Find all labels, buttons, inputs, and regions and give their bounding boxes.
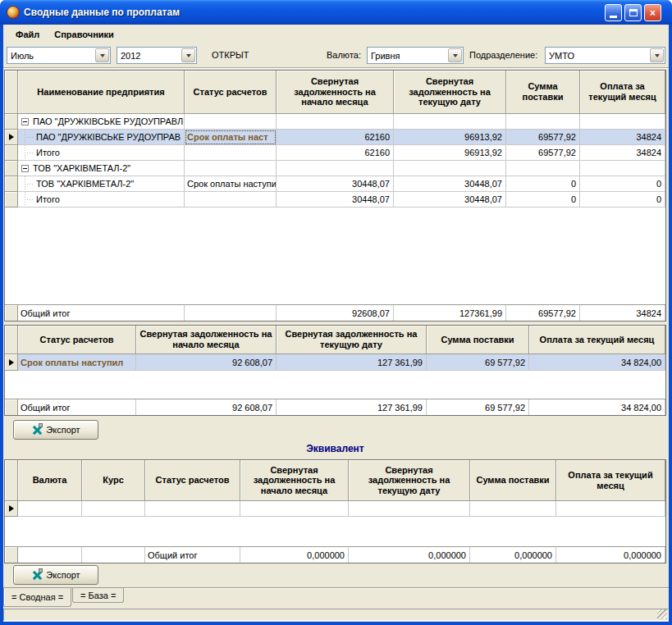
subtotal-label: Итого	[36, 194, 60, 204]
excel-export-icon	[31, 570, 42, 581]
table-row-selected[interactable]: ПАО "ДРУЖКІВСЬКЕ РУДОУПРАВ Срок оплаты н…	[5, 130, 665, 145]
tab-baza[interactable]: = База =	[72, 588, 124, 603]
equivalent-section-title: Эквивалент	[4, 443, 666, 454]
division-combobox[interactable]: УМТО	[545, 47, 665, 64]
table-row-group[interactable]: ТОВ "ХАРКІВМЕТАЛ-2"	[5, 161, 665, 176]
row-selector	[5, 305, 18, 321]
column-header[interactable]: Свернутая задолженность на начало месяца	[240, 460, 349, 501]
currency-combobox[interactable]: Гривня	[367, 47, 464, 64]
column-header[interactable]: Оплата за текущий месяц	[556, 460, 665, 501]
row-selector	[5, 114, 18, 130]
currency-label: Валюта:	[327, 47, 361, 64]
company-name: ПАО "ДРУЖКІВСЬКЕ РУДОУПРАВ	[36, 132, 181, 142]
minimize-icon	[610, 16, 617, 18]
row-selector	[5, 399, 18, 415]
row-arrow-icon	[9, 134, 14, 140]
grid-empty-area	[5, 208, 665, 304]
division-label: Подразделение:	[469, 47, 537, 64]
menu-bar: Файл Справочники	[3, 25, 669, 43]
app-window: Сводные данные по проплатам × Файл Справ…	[0, 0, 672, 625]
column-header[interactable]: Статус расчетов	[145, 460, 240, 501]
collapse-icon[interactable]	[21, 118, 29, 125]
maximize-button[interactable]	[624, 4, 642, 21]
equivalent-grid-header: Валюта Курс Статус расчетов Свернутая за…	[5, 460, 665, 501]
maximize-icon	[629, 9, 638, 16]
grand-total-row: Общий итог 0,000000 0,000000 0,000000 0,…	[5, 546, 665, 563]
close-button[interactable]: ×	[644, 4, 661, 21]
table-row-group[interactable]: ПАО "ДРУЖКІВСЬКЕ РУДОУПРАВЛІН	[5, 114, 665, 130]
row-selector	[5, 161, 18, 176]
status-cell[interactable]: Срок оплаты наступи	[185, 176, 277, 192]
table-row-selected[interactable]: Срок оплаты наступил 92 608,07 127 361,9…	[5, 354, 665, 371]
column-header[interactable]: Наименование предприятия	[18, 71, 185, 114]
export-button-equivalent[interactable]: Экспорт	[13, 565, 98, 585]
window-title: Сводные данные по проплатам	[24, 7, 180, 18]
status-grid-header: Статус расчетов Свернутая задолженность …	[5, 326, 665, 354]
chevron-down-icon[interactable]	[650, 48, 664, 62]
column-header[interactable]: Свернутая задолженность на начало месяца	[136, 326, 277, 354]
table-row-subtotal[interactable]: Итого 30448,07 30448,07 0 0	[5, 192, 665, 208]
table-row-subtotal[interactable]: Итого 62160 96913,92 69577,92 34824	[5, 145, 665, 161]
grand-total-label: Общий итог	[18, 399, 136, 415]
header-selector-cell	[5, 460, 18, 501]
grand-total-label: Общий итог	[145, 547, 240, 563]
titlebar[interactable]: Сводные данные по проплатам ×	[0, 0, 672, 25]
menu-file[interactable]: Файл	[8, 28, 47, 41]
table-row[interactable]: ТОВ "ХАРКІВМЕТАЛ-2" Срок оплаты наступи …	[5, 176, 665, 192]
status-cell[interactable]: Срок оплаты наст	[185, 130, 277, 145]
grid-empty-area	[5, 371, 665, 399]
grand-total-label: Общий итог	[18, 305, 185, 321]
group-name: ТОВ "ХАРКІВМЕТАЛ-2"	[33, 163, 130, 173]
column-header[interactable]: Статус расчетов	[185, 71, 277, 114]
column-header[interactable]: Свернутая задолженность на начало месяца	[277, 71, 394, 114]
tab-svodnaya[interactable]: = Сводная =	[3, 588, 71, 607]
row-selector	[5, 176, 18, 192]
collapse-icon[interactable]	[21, 165, 29, 172]
chevron-down-icon[interactable]	[95, 48, 109, 62]
close-icon: ×	[650, 7, 656, 19]
current-row-marker	[5, 130, 18, 145]
grand-total-row: Общий итог 92608,07 127361,99 69577,92 3…	[5, 304, 665, 321]
toolbar-divider	[3, 67, 669, 69]
column-header[interactable]: Свернутая задолженность на текущую дату	[277, 326, 427, 354]
row-selector	[5, 192, 18, 208]
status-cell[interactable]: Срок оплаты наступил	[18, 354, 136, 371]
menu-references[interactable]: Справочники	[47, 28, 121, 41]
column-header[interactable]: Статус расчетов	[18, 326, 136, 354]
grand-total-row: Общий итог 92 608,07 127 361,99 69 577,9…	[5, 399, 665, 415]
column-header[interactable]: Оплата за текущий месяц	[580, 71, 665, 114]
status-bar	[3, 609, 669, 621]
subtotal-label: Итого	[36, 148, 60, 157]
row-selector	[5, 547, 18, 563]
excel-export-icon	[31, 425, 42, 436]
export-button[interactable]: Экспорт	[13, 420, 98, 440]
current-row-marker	[5, 501, 18, 517]
company-name: ТОВ "ХАРКІВМЕТАЛ-2"	[36, 179, 134, 189]
app-icon	[7, 6, 20, 19]
column-header[interactable]: Сумма поставки	[427, 326, 529, 354]
period-status-label: ОТКРЫТ	[212, 47, 249, 64]
minimize-button[interactable]	[605, 4, 622, 21]
status-summary-grid: Статус расчетов Свернутая задолженность …	[4, 325, 666, 416]
chevron-down-icon[interactable]	[181, 48, 195, 62]
row-arrow-icon	[9, 359, 14, 366]
table-row-empty[interactable]	[5, 501, 665, 517]
group-name: ПАО "ДРУЖКІВСЬКЕ РУДОУПРАВЛІН	[33, 116, 185, 126]
grid-empty-area	[5, 517, 665, 546]
month-combobox[interactable]: Июль	[7, 47, 111, 64]
column-header[interactable]: Сумма поставки	[506, 71, 580, 114]
column-header[interactable]: Курс	[82, 460, 145, 501]
companies-grid-header: Наименование предприятия Статус расчетов…	[5, 71, 665, 114]
chevron-down-icon[interactable]	[448, 48, 462, 62]
resize-grip-icon[interactable]	[657, 609, 667, 619]
column-header[interactable]: Оплата за текущий месяц	[529, 326, 665, 354]
column-header[interactable]: Сумма поставки	[470, 460, 556, 501]
year-combobox[interactable]: 2012	[117, 47, 197, 64]
column-header[interactable]: Свернутая задолженность на текущую дату	[394, 71, 506, 114]
companies-grid: Наименование предприятия Статус расчетов…	[4, 70, 666, 322]
row-arrow-icon	[9, 505, 14, 512]
column-header[interactable]: Свернутая задолженность на текущую дату	[349, 460, 470, 501]
equivalent-grid: Валюта Курс Статус расчетов Свернутая за…	[4, 459, 666, 563]
column-header[interactable]: Валюта	[18, 460, 82, 501]
header-selector-cell	[5, 326, 18, 354]
